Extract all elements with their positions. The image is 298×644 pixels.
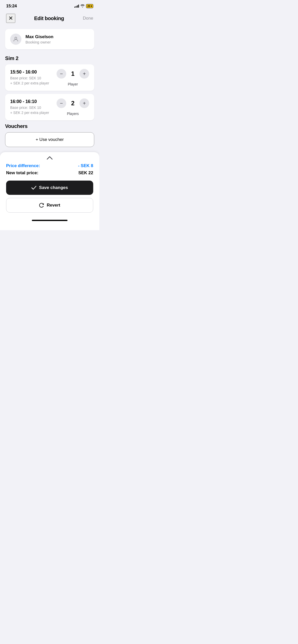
battery-icon: 20 [86,4,93,8]
owner-role: Booking owner [25,40,53,44]
slot-price-1: Base price: SEK 10 + SEK 2 per extra pla… [10,76,49,86]
revert-label: Revert [47,203,60,208]
owner-card: Max Giselson Booking owner [5,29,94,49]
counter-row-1: − 1 + [57,69,89,79]
slot-info-1: 15:50 - 16:00 Base price: SEK 10 + SEK 2… [10,69,49,86]
sim-label: Sim 2 [5,55,94,61]
nav-header: ✕ Edit booking Done [0,11,99,27]
price-diff-value: - SEK 8 [78,163,93,168]
signal-icon [74,5,79,8]
counter-value-1: 1 [70,70,75,77]
slot-card-1: 15:50 - 16:00 Base price: SEK 10 + SEK 2… [5,64,94,91]
owner-name: Max Giselson [25,34,53,39]
decrement-button-1[interactable]: − [57,69,66,79]
price-total-value: SEK 22 [78,170,93,175]
wifi-icon [80,4,85,8]
vouchers-label: Vouchers [5,123,94,129]
home-bar [32,220,67,221]
vouchers-section: Vouchers + Use voucher [5,123,94,147]
revert-button[interactable]: Revert [6,198,93,213]
status-bar: 15:24 20 [0,0,99,11]
close-button[interactable]: ✕ [6,14,15,23]
price-diff-label: Price difference: [6,163,40,168]
status-time: 15:24 [6,4,17,9]
main-content: Max Giselson Booking owner Sim 2 15:50 -… [0,27,99,230]
decrement-button-2[interactable]: − [57,98,66,108]
slot-card-2: 16:00 - 16:10 Base price: SEK 10 + SEK 2… [5,94,94,120]
counter-row-2: − 2 + [57,98,89,108]
owner-info: Max Giselson Booking owner [25,34,53,44]
home-indicator [6,218,93,222]
slot-time-1: 15:50 - 16:00 [10,69,49,75]
increment-button-2[interactable]: + [79,98,89,108]
increment-button-1[interactable]: + [79,69,89,79]
avatar [10,34,21,45]
svg-point-0 [15,37,17,39]
slot-price-2: Base price: SEK 10 + SEK 2 per extra pla… [10,105,49,115]
price-panel: Price difference: - SEK 8 New total pric… [0,152,99,230]
page-title: Edit booking [34,16,64,21]
price-diff-row: Price difference: - SEK 8 [6,163,93,168]
chevron-up-icon [6,156,93,160]
player-label-1: Player [68,82,78,86]
slot-info-2: 16:00 - 16:10 Base price: SEK 10 + SEK 2… [10,99,49,115]
battery-level: 20 [87,5,90,8]
use-voucher-button[interactable]: + Use voucher [5,132,94,147]
save-button[interactable]: Save changes [6,181,93,195]
slot-counter-1: − 1 + Player [57,69,89,86]
slot-time-2: 16:00 - 16:10 [10,99,49,104]
player-label-2: Players [67,112,79,116]
done-button[interactable]: Done [83,16,93,21]
status-icons: 20 [74,4,93,8]
counter-value-2: 2 [70,100,75,107]
slot-counter-2: − 2 + Players [57,98,89,116]
price-total-row: New total price: SEK 22 [6,170,93,175]
price-total-label: New total price: [6,170,38,175]
save-label: Save changes [39,185,68,190]
